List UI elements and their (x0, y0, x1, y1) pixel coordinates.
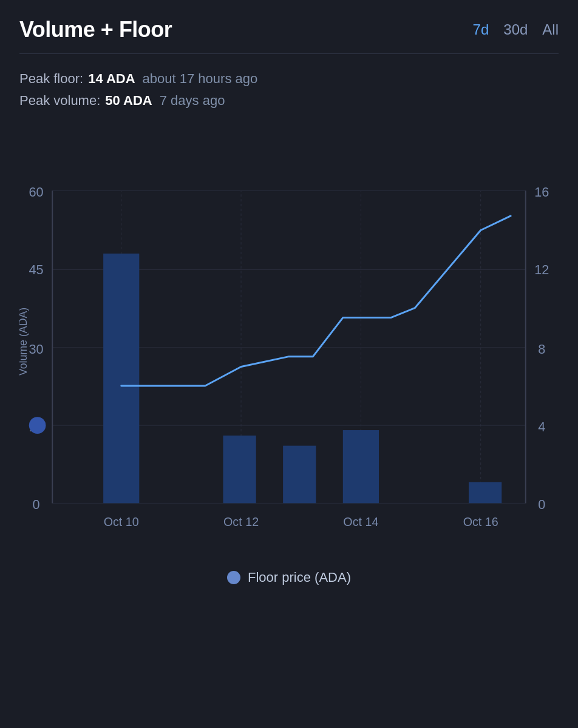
peak-floor-label: Peak floor: (19, 71, 83, 87)
peak-volume-label: Peak volume: (19, 93, 100, 109)
header: Volume + Floor 7d 30d All (19, 17, 559, 54)
y-right-0: 0 (538, 497, 545, 512)
y-right-12: 12 (534, 262, 549, 277)
peak-volume-value: 50 ADA (105, 93, 152, 109)
y-left-60: 60 (29, 184, 44, 200)
y-right-16: 16 (534, 184, 549, 200)
y-right-4: 4 (538, 419, 545, 434)
peak-floor-row: Peak floor: 14 ADA about 17 hours ago (19, 71, 559, 87)
bar-oct13 (283, 446, 316, 504)
peak-floor-time: about 17 hours ago (143, 71, 258, 87)
x-label-oct14: Oct 14 (343, 515, 378, 528)
peak-volume-time: 7 days ago (160, 93, 225, 109)
peak-volume-row: Peak volume: 50 ADA 7 days ago (19, 93, 559, 109)
y-right-8: 8 (538, 342, 545, 357)
chart-svg: 0 15 30 45 60 0 4 8 12 16 Volume (ADA) (19, 123, 559, 560)
y-left-45: 45 (29, 262, 44, 277)
x-label-oct16: Oct 16 (463, 515, 498, 528)
x-label-oct12: Oct 12 (223, 515, 259, 528)
bar-oct12 (223, 436, 256, 503)
page-title: Volume + Floor (19, 17, 172, 42)
filter-7d[interactable]: 7d (473, 21, 489, 38)
time-filter-group: 7d 30d All (473, 21, 559, 38)
chart-legend: Floor price (ADA) (19, 570, 559, 585)
x-label-oct10: Oct 10 (104, 515, 139, 528)
bar-oct14 (343, 430, 379, 503)
legend-label: Floor price (ADA) (248, 570, 351, 585)
peak-floor-value: 14 ADA (88, 71, 135, 87)
y-left-0: 0 (33, 497, 40, 512)
filter-30d[interactable]: 30d (503, 21, 528, 38)
filter-all[interactable]: All (542, 21, 559, 38)
chart-wrapper: 0 15 30 45 60 0 4 8 12 16 Volume (ADA) (19, 123, 559, 560)
legend-side-dot (29, 417, 46, 434)
main-container: Volume + Floor 7d 30d All Peak floor: 14… (0, 0, 578, 610)
bar-oct10 (103, 254, 139, 503)
legend-dot (227, 571, 240, 584)
bar-oct16 (469, 482, 501, 504)
y-left-30: 30 (29, 342, 44, 357)
y-axis-left-label: Volume (ADA) (19, 308, 29, 376)
floor-price-line (121, 216, 511, 386)
stats-section: Peak floor: 14 ADA about 17 hours ago Pe… (19, 66, 559, 109)
